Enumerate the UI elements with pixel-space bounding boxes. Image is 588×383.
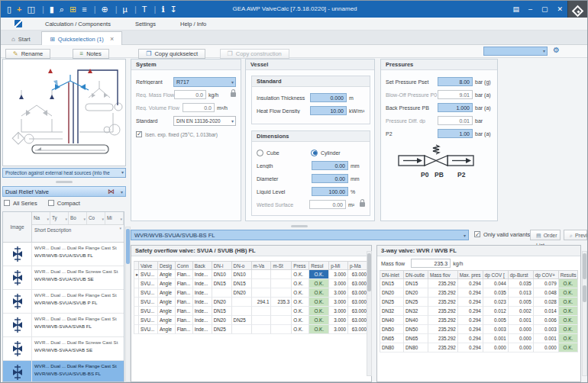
minimize-icon[interactable]: – (528, 5, 532, 13)
pressure-input[interactable]: 8.00 (438, 77, 473, 86)
col-valve[interactable]: Valve (139, 261, 158, 270)
cylinder-radio[interactable]: Cylinder (311, 150, 365, 156)
table-row[interactable]: DN65 DN65 235.292 0.294 0.001 0.000 0.00… (380, 334, 578, 343)
splitter-handle[interactable] (56, 181, 73, 183)
close-icon[interactable]: ✕ (557, 5, 563, 13)
tab-quickselection[interactable]: ⊞Quickselection (1)× (41, 31, 122, 46)
list-item[interactable]: WVR... Dual ... Dual Re Screwe Cast StWV… (3, 337, 124, 361)
gear-icon[interactable]: ⚙ (553, 46, 560, 54)
list-item[interactable]: WVR... Dual ... Dual Re Flange Cast StWV… (3, 314, 124, 337)
table-row[interactable]: SVU... Angle Flan... Inde... DN25 O.K. O… (134, 325, 369, 334)
col-back[interactable]: Back (193, 261, 212, 270)
variant-dropdown[interactable]: WVR/WVB-SVUA/SVUB-BS FL▾ (131, 230, 469, 240)
list-item[interactable]: WVR... Dual ... Dual Re Flange Cast StWV… (3, 290, 124, 314)
col-dp-burst[interactable]: dp-Burst (509, 270, 534, 279)
insulation-input[interactable]: 0.000 (310, 93, 347, 102)
menu-item[interactable]: Calculation / Components (33, 18, 123, 31)
col-dn-in[interactable]: DN-i (212, 261, 232, 270)
title-bar: ▯+◫|▮⌕⊞≡|⊕|µ|T|ℹ↧ GEA AWP ValveCalc [7.5… (1, 1, 588, 18)
scrollbar-thumb[interactable] (583, 285, 586, 302)
column-header[interactable]: Bo▾ (69, 212, 87, 224)
threeway-mass-flow-input[interactable]: 235.3 (411, 259, 451, 268)
pressure-input[interactable]: 9.01 (438, 90, 473, 99)
standard-dropdown[interactable]: DIN EN 13136-2020▾ (173, 116, 236, 126)
cube-radio[interactable]: Cube (257, 150, 311, 156)
short-description-header[interactable]: Short Description▾ (32, 225, 124, 242)
table-row[interactable]: SVU... Angle Flan... Inde... DN20 O.K. O… (134, 288, 369, 298)
pressure-input[interactable]: 0.01 (438, 116, 473, 125)
col-dn-outlet[interactable]: DN-outle (404, 270, 428, 279)
col-pressure[interactable]: Press (292, 261, 309, 270)
col-dp-cov[interactable]: dp COV [ (483, 270, 509, 279)
compact-checkbox[interactable]: Compact (48, 200, 80, 207)
rename-button[interactable]: ✎Rename (5, 49, 50, 59)
table-row[interactable]: SVU... Angle Flan... Inde... DN15 O.K. O… (134, 307, 369, 316)
table-row[interactable]: DN40 DN40 235.292 0.294 0.005 0.001 0.00… (380, 316, 578, 325)
column-header[interactable]: Ty▾ (50, 212, 69, 224)
protection-dropdown[interactable]: Protection against external heat sources… (2, 168, 126, 178)
col-results[interactable]: Results (559, 270, 578, 279)
left-list-scrollbar[interactable] (125, 227, 131, 382)
feedback-icon[interactable]: ▤ (512, 5, 519, 13)
heat-flow-input[interactable]: 10.00 (310, 106, 347, 115)
table-row[interactable]: ▸ SVU... Angle Flan... Inde... DN10 DN10… (134, 270, 369, 279)
column-header[interactable]: Mi▾ (105, 212, 124, 224)
col-p-min[interactable]: p-Mi (329, 261, 348, 270)
isen-checkbox[interactable]: Isen. exp. fixed (25°C, 1.013bar) (136, 131, 218, 137)
refrigerant-dropdown[interactable]: R717▾ (173, 77, 236, 87)
threeway-panel-scrollbar[interactable] (582, 251, 587, 376)
table-row[interactable]: SVU... Angle Flan... Inde... DN20 DN25 O… (134, 316, 369, 325)
column-header[interactable]: Co▾ (87, 212, 105, 224)
notes-button[interactable]: ≡Notes (73, 49, 109, 59)
scrollbar-thumb[interactable] (367, 253, 371, 291)
table-row[interactable]: SVU... Angle Flan... Inde... DN20 294.1 … (134, 298, 369, 307)
col-m-valve[interactable]: m-Va (252, 261, 272, 270)
mass-flow-input[interactable]: 0.0 (174, 90, 206, 99)
pressure-input[interactable]: 1.000 (438, 103, 473, 112)
table-row[interactable]: DN32 DN32 235.292 0.294 0.012 0.002 0.01… (380, 307, 578, 316)
list-item[interactable]: WVR... Dual ... Dual Re Flange Cast StWV… (3, 361, 124, 382)
col-mass-flow[interactable]: Mass flov (428, 270, 458, 279)
table-row[interactable]: DN50 DN50 235.292 0.294 0.003 0.000 0.00… (380, 325, 578, 334)
column-header[interactable]: Na▾ (32, 212, 50, 224)
safety-table-scrollbar[interactable] (367, 251, 372, 376)
pressure-input[interactable]: 1.00 (438, 129, 473, 138)
copy-quickselect-button[interactable]: ❐Copy quickselect (138, 49, 205, 59)
search-input[interactable]: ▾ (483, 47, 548, 56)
col-design[interactable]: Desig (158, 261, 176, 270)
col-m-std[interactable]: m-St (271, 261, 292, 270)
preview-button[interactable]: ⌕Preview (564, 230, 587, 240)
maximize-icon[interactable]: ▢ (541, 5, 548, 13)
order-list-button[interactable]: ▤Order List (530, 230, 561, 240)
col-result[interactable]: Resul (309, 261, 329, 270)
only-valid-variants-checkbox[interactable]: Only valid variants (474, 230, 530, 240)
valve-type-dropdown[interactable]: Dual Relief Valve ⋈ ▾ (2, 186, 126, 197)
length-input[interactable]: 0.00 (312, 161, 348, 170)
scrollbar-thumb[interactable] (126, 229, 130, 264)
table-row[interactable]: DN80 DN80 235.292 0.294 0.000 0.000 0.00… (380, 343, 578, 352)
col-dn-out[interactable]: DN-o (232, 261, 252, 270)
menu-item[interactable]: Help / Info (168, 18, 218, 31)
table-row[interactable]: SVU... Angle Flan... Inde... DN15 DN15 O… (134, 279, 369, 288)
all-series-checkbox[interactable]: All Series (4, 200, 37, 207)
col-connection[interactable]: Conn (176, 261, 193, 270)
volume-flow-input[interactable]: 0.0 (183, 103, 215, 112)
cell-back: Inde... (193, 316, 212, 325)
wetted-surface-input[interactable]: 0.00 (309, 200, 346, 209)
liquid-level-input[interactable]: 100.00 (312, 187, 348, 196)
col-p-max[interactable]: p-Ma (348, 261, 369, 270)
table-row[interactable]: DN15 DN15 235.292 0.294 0.044 0.035 0.07… (380, 279, 578, 288)
scrollbar-thumb[interactable] (583, 253, 586, 279)
col-max-pressure[interactable]: Max. pres (458, 270, 483, 279)
copy-construction-button[interactable]: ❐Copy construction (220, 49, 289, 59)
list-item[interactable]: WVR... Dual ... Dual Re Screwe Cast StWV… (3, 266, 124, 290)
col-dp-cov-plus[interactable]: dp COV+ (534, 270, 559, 279)
tab-close-icon[interactable]: × (110, 35, 114, 43)
diameter-input[interactable]: 0.00 (312, 174, 348, 183)
col-dn-inlet[interactable]: DN-inlet (380, 270, 404, 279)
menu-item[interactable]: Settings (123, 18, 168, 31)
splitter-handle[interactable] (291, 225, 308, 227)
table-row[interactable]: DN25 DN25 235.292 0.294 0.023 0.005 0.02… (380, 298, 578, 307)
table-row[interactable]: DN20 DN20 235.292 0.294 0.035 0.013 0.04… (380, 288, 578, 298)
list-item[interactable]: WVR... Dual ... Dual Re Flange Cast StWV… (3, 243, 124, 266)
